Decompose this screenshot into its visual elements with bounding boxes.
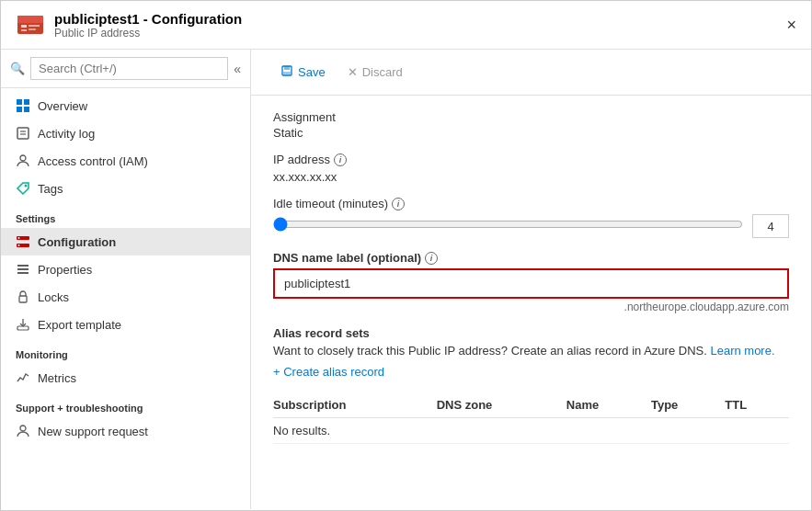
sidebar-item-export[interactable]: Export template	[1, 311, 250, 338]
tags-icon	[16, 181, 30, 196]
settings-section-label: Settings	[1, 202, 250, 228]
idle-timeout-slider-container	[273, 217, 743, 235]
search-bar: 🔍 «	[1, 50, 250, 88]
svg-rect-7	[24, 99, 29, 105]
dns-name-label: DNS name label (optional)	[273, 251, 421, 265]
idle-timeout-info-icon[interactable]: i	[392, 198, 405, 210]
sidebar-item-activitylog[interactable]: Activity log	[1, 119, 250, 147]
idle-timeout-label-row: Idle timeout (minutes) i	[273, 197, 789, 210]
sidebar-item-metrics[interactable]: Metrics	[1, 364, 250, 392]
ip-address-value: xx.xxx.xx.xx	[273, 170, 789, 184]
th-type: Type	[651, 392, 725, 418]
svg-rect-3	[21, 29, 27, 31]
alias-record-desc: Want to closely track this Public IP add…	[273, 344, 789, 358]
idle-timeout-label: Idle timeout (minutes)	[273, 197, 388, 210]
table-header-row: Subscription DNS zone Name Type TTL	[273, 392, 789, 418]
th-name: Name	[566, 392, 651, 418]
idle-timeout-slider-row: 4	[273, 214, 789, 238]
overview-icon	[16, 98, 30, 113]
configuration-icon	[16, 234, 30, 249]
dns-name-section: DNS name label (optional) i .northeurope…	[273, 251, 789, 313]
sidebar-item-overview[interactable]: Overview	[1, 92, 250, 119]
save-label: Save	[298, 65, 326, 79]
sidebar-item-configuration[interactable]: Configuration	[1, 228, 250, 255]
dns-name-info-icon[interactable]: i	[425, 252, 438, 265]
svg-point-19	[18, 244, 20, 246]
sidebar-nav: Overview Activity log Access control (IA…	[1, 88, 250, 449]
ip-address-label: IP address	[273, 153, 330, 166]
assignment-value: Static	[273, 126, 789, 140]
sidebar-item-export-label: Export template	[38, 318, 121, 332]
svg-rect-1	[17, 16, 43, 23]
monitoring-section-label: Monitoring	[1, 338, 250, 364]
svg-point-26	[20, 426, 26, 431]
alias-record-desc-text: Want to closely track this Public IP add…	[273, 344, 707, 358]
th-ttl: TTL	[725, 392, 789, 418]
sidebar-item-overview-label: Overview	[38, 99, 87, 113]
activitylog-icon	[16, 126, 30, 141]
svg-rect-8	[17, 107, 22, 112]
svg-rect-22	[17, 272, 29, 274]
svg-rect-4	[29, 25, 40, 27]
search-input[interactable]	[30, 57, 228, 80]
sidebar-item-support[interactable]: New support request	[1, 417, 250, 445]
th-dns-zone: DNS zone	[437, 392, 566, 418]
properties-icon	[16, 262, 30, 277]
title-text: publiciptest1 - Configuration Public IP …	[54, 11, 242, 40]
discard-button[interactable]: ✕ Discard	[337, 60, 414, 85]
toolbar: Save ✕ Discard	[251, 50, 811, 96]
no-results-label: No results.	[273, 418, 789, 444]
dns-input-wrapper	[273, 268, 789, 299]
table-no-results-row: No results.	[273, 418, 789, 444]
sidebar-item-metrics-label: Metrics	[38, 371, 76, 385]
collapse-sidebar-button[interactable]: «	[234, 62, 241, 76]
discard-icon: ✕	[348, 65, 358, 79]
save-icon	[280, 64, 293, 80]
dns-name-label-row: DNS name label (optional) i	[273, 251, 789, 265]
sidebar-item-properties-label: Properties	[38, 263, 92, 277]
page-title: publiciptest1 - Configuration	[54, 11, 242, 27]
create-alias-record-link[interactable]: + Create alias record	[273, 365, 384, 379]
alias-record-sets-label: Alias record sets	[273, 326, 789, 340]
discard-label: Discard	[362, 65, 403, 79]
sidebar-item-configuration-label: Configuration	[38, 235, 116, 249]
sidebar-item-iam-label: Access control (IAM)	[38, 154, 148, 168]
ip-address-label-row: IP address i	[273, 153, 789, 166]
support-icon	[16, 424, 30, 438]
idle-timeout-field: Idle timeout (minutes) i 4	[273, 197, 789, 238]
dns-suffix: .northeurope.cloudapp.azure.com	[273, 301, 789, 313]
sidebar-item-tags[interactable]: Tags	[1, 175, 250, 202]
public-ip-icon	[16, 10, 45, 40]
title-bar: publiciptest1 - Configuration Public IP …	[1, 1, 811, 50]
metrics-icon	[16, 370, 30, 385]
dns-name-input[interactable]	[277, 272, 785, 295]
svg-rect-9	[24, 107, 29, 112]
title-bar-left: publiciptest1 - Configuration Public IP …	[16, 10, 242, 40]
support-section-label: Support + troubleshooting	[1, 392, 250, 417]
svg-point-15	[25, 185, 28, 187]
ip-address-field: IP address i xx.xxx.xx.xx	[273, 153, 789, 184]
close-button[interactable]: ×	[786, 16, 796, 35]
svg-point-13	[20, 155, 26, 161]
svg-rect-28	[284, 66, 290, 70]
save-button[interactable]: Save	[269, 59, 337, 85]
sidebar-item-properties[interactable]: Properties	[1, 255, 250, 283]
sidebar: 🔍 « Overview Activity log	[1, 50, 251, 509]
svg-rect-6	[17, 99, 22, 105]
th-subscription: Subscription	[273, 392, 437, 418]
ip-address-info-icon[interactable]: i	[334, 153, 347, 166]
sidebar-item-activitylog-label: Activity log	[38, 127, 95, 141]
sidebar-item-iam[interactable]: Access control (IAM)	[1, 147, 250, 175]
sidebar-item-locks[interactable]: Locks	[1, 283, 250, 311]
svg-rect-29	[283, 72, 291, 74]
svg-rect-5	[29, 28, 36, 30]
page-subtitle: Public IP address	[54, 27, 242, 40]
assignment-field: Assignment Static	[273, 110, 789, 140]
svg-rect-20	[17, 265, 29, 267]
content-area: Assignment Static IP address i xx.xxx.xx…	[251, 96, 811, 459]
assignment-label: Assignment	[273, 110, 789, 124]
alias-record-section: Alias record sets Want to closely track …	[273, 326, 789, 380]
alias-learn-more-link[interactable]: Learn more.	[710, 344, 774, 358]
svg-point-18	[18, 237, 20, 239]
idle-timeout-slider[interactable]	[273, 217, 743, 232]
